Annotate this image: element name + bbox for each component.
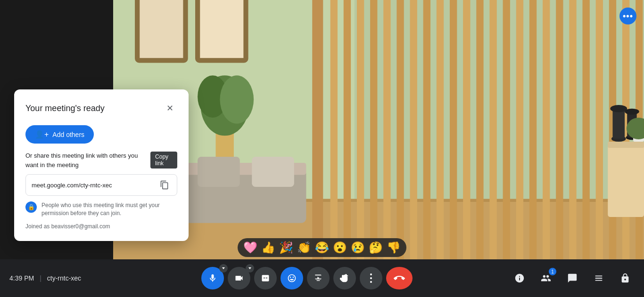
activities-icon [594, 273, 604, 283]
svg-rect-35 [252, 157, 294, 187]
emoji-bar: 🩷 👍 🎉 👏 😂 😮 😢 🤔 👎 [238, 238, 406, 257]
controls-center [104, 267, 510, 289]
svg-rect-43 [612, 109, 625, 139]
svg-rect-11 [410, 0, 417, 259]
more-options-icon [370, 273, 372, 283]
chat-button[interactable] [563, 269, 582, 288]
svg-rect-13 [437, 0, 444, 259]
joined-as-text: Joined as beavisser0@gmail.com [25, 223, 177, 230]
copy-link-button[interactable] [158, 178, 171, 192]
add-others-label: Add others [52, 131, 84, 138]
camera-control-group [228, 267, 250, 289]
svg-rect-23 [569, 0, 576, 259]
svg-rect-25 [596, 0, 603, 259]
svg-rect-18 [503, 0, 510, 259]
svg-rect-7 [357, 0, 364, 259]
emoji-laugh[interactable]: 😂 [315, 241, 329, 254]
video-background [113, 0, 644, 259]
svg-rect-41 [608, 142, 644, 148]
mic-icon [208, 273, 217, 283]
lock-icon: 🔒 [25, 201, 37, 213]
end-call-icon [394, 273, 405, 284]
camera-caret-button[interactable] [246, 264, 254, 273]
more-options-top-icon: ••• [623, 11, 633, 21]
mic-caret-icon [221, 266, 226, 271]
emoji-clap[interactable]: 👏 [297, 241, 311, 254]
svg-rect-5 [330, 0, 338, 259]
present-button[interactable] [307, 267, 330, 289]
raise-hand-icon [340, 273, 349, 283]
svg-rect-17 [489, 0, 496, 259]
emoji-thumbsup[interactable]: 👍 [261, 241, 275, 254]
add-others-button[interactable]: 👤+ Add others [25, 125, 94, 144]
more-options-button[interactable] [360, 267, 382, 289]
more-options-top-button[interactable]: ••• [619, 8, 636, 24]
emoji-surprised[interactable]: 😮 [333, 241, 347, 254]
share-row: Or share this meeting link with others y… [25, 151, 177, 169]
emoji-button-icon [287, 273, 297, 283]
separator: | [40, 274, 41, 282]
camera-caret-icon [248, 266, 252, 271]
lock-button[interactable] [616, 269, 635, 288]
end-call-button[interactable] [386, 267, 413, 289]
info-icon [514, 273, 525, 283]
security-text: People who use this meeting link must ge… [41, 201, 177, 217]
meeting-ready-popup: Your meeting's ready ✕ 👤+ Add others Or … [14, 89, 189, 241]
emoji-thumbsdown[interactable]: 👎 [387, 241, 401, 254]
svg-point-53 [370, 281, 372, 283]
svg-rect-4 [312, 0, 323, 259]
meeting-link-box: meet.google.com/cty-rntc-xec [25, 174, 177, 196]
svg-rect-15 [463, 0, 470, 259]
video-area [113, 0, 644, 259]
popup-title: Your meeting's ready [25, 104, 105, 113]
svg-rect-40 [608, 144, 644, 217]
svg-rect-24 [582, 0, 589, 259]
close-popup-button[interactable]: ✕ [162, 101, 177, 116]
mic-caret-button[interactable] [219, 264, 228, 273]
svg-rect-12 [423, 0, 430, 259]
svg-point-52 [370, 277, 372, 279]
present-icon [314, 273, 323, 283]
svg-rect-14 [450, 0, 457, 259]
emoji-party[interactable]: 🎉 [279, 241, 293, 254]
emoji-reactions-button[interactable] [281, 267, 303, 289]
captions-button[interactable] [254, 267, 277, 289]
copy-icon [160, 180, 169, 190]
svg-rect-8 [370, 0, 377, 259]
current-time: 4:39 PM [9, 274, 34, 282]
share-text: Or share this meeting link with others y… [25, 151, 150, 169]
svg-rect-20 [529, 0, 537, 259]
svg-rect-22 [556, 0, 563, 259]
activities-button[interactable] [589, 269, 608, 288]
raise-hand-button[interactable] [333, 267, 356, 289]
svg-point-51 [370, 273, 372, 275]
controls-right: 1 [510, 269, 635, 288]
bottom-bar: 4:39 PM | cty-rntc-xec [0, 259, 644, 297]
copy-link-tooltip: Copy link [150, 152, 177, 169]
security-note: 🔒 People who use this meeting link must … [25, 201, 177, 217]
svg-rect-16 [476, 0, 483, 259]
info-button[interactable] [510, 269, 529, 288]
svg-rect-10 [396, 0, 404, 259]
emoji-heart[interactable]: 🩷 [243, 241, 257, 254]
svg-rect-21 [543, 0, 550, 259]
meeting-link-text: meet.google.com/cty-rntc-xec [32, 182, 112, 189]
mic-control-group [201, 267, 224, 289]
emoji-sad[interactable]: 😢 [351, 241, 365, 254]
chat-icon [567, 273, 578, 283]
svg-rect-6 [344, 0, 351, 259]
svg-rect-9 [383, 0, 390, 259]
svg-rect-30 [198, 0, 246, 60]
people-icon [541, 273, 551, 283]
lock-icon-bottom [620, 273, 630, 283]
bottom-left-info: 4:39 PM | cty-rntc-xec [9, 274, 104, 282]
people-button[interactable]: 1 [537, 269, 555, 288]
popup-header: Your meeting's ready ✕ [25, 101, 177, 116]
emoji-thinking[interactable]: 🤔 [369, 241, 383, 254]
svg-rect-29 [137, 0, 185, 60]
captions-icon [261, 273, 270, 283]
svg-point-39 [220, 75, 254, 123]
svg-rect-19 [516, 0, 523, 259]
people-count-badge: 1 [549, 268, 556, 275]
meeting-code-display: cty-rntc-xec [47, 274, 81, 282]
